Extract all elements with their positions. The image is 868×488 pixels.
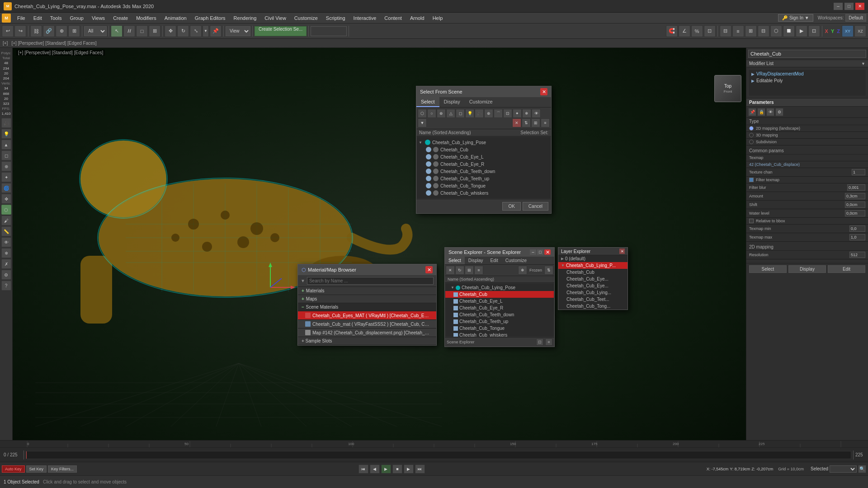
sfs-particle-btn[interactable]: ✦ — [513, 109, 522, 118]
snaps-toggle-button[interactable]: 🧲 — [666, 25, 678, 37]
layer-mgr-button[interactable]: ⊞ — [745, 25, 757, 37]
sfs-spline-btn[interactable]: ⌒ — [494, 109, 503, 118]
se-tab-customize[interactable]: Customize — [502, 257, 530, 264]
sfs-tree-item-1[interactable]: Cheetah_Cub — [417, 146, 551, 153]
window-cross-button[interactable]: ⊞ — [149, 25, 160, 37]
menu-rendering[interactable]: Rendering — [230, 14, 260, 22]
scale-dropdown-button[interactable]: ▼ — [203, 25, 209, 37]
sfs-shape-btn[interactable]: ◻ — [456, 109, 465, 118]
scene-exp-close[interactable]: ✕ — [544, 249, 551, 255]
menu-modifiers[interactable]: Modifiers — [132, 14, 160, 22]
sfs-x-btn[interactable]: ✕ — [512, 118, 521, 127]
texture-chan-input[interactable] — [852, 169, 865, 175]
se-tree-item-4[interactable]: Cheetah_Cub_Teeth_down — [445, 311, 554, 318]
type-2d-radio[interactable]: 2D mapping (landscape) — [746, 125, 868, 132]
properties-tool[interactable]: ⚙ — [1, 270, 11, 280]
menu-group[interactable]: Group — [66, 14, 87, 22]
mat-category-materials[interactable]: + Materials — [298, 287, 436, 295]
autokey-button[interactable]: Auto Key — [2, 465, 25, 473]
scene-exp-maximize[interactable]: □ — [537, 249, 543, 255]
sfs-hidden-btn[interactable]: 👁 — [532, 109, 541, 118]
menu-interactive[interactable]: Interactive — [350, 14, 380, 22]
sfs-geo-btn[interactable]: △ — [446, 109, 455, 118]
se-hier-btn[interactable]: ⊞ — [465, 266, 474, 275]
filter-texmap-row[interactable]: Filter texmap — [746, 177, 868, 183]
sfs-tree-item-root[interactable]: ▼ Cheetah_Cub_Lying_Pose — [417, 139, 551, 146]
sfs-tab-select[interactable]: Select — [416, 97, 439, 107]
active-tool[interactable]: ⬡ — [1, 205, 11, 215]
layer-item-2[interactable]: Cheetah_Cub — [558, 269, 627, 276]
params-view-btn[interactable]: 👁 — [766, 108, 774, 116]
resolution-input[interactable] — [849, 252, 865, 258]
layer-item-6[interactable]: Cheetah_Cub_Teet... — [558, 296, 627, 303]
rect-select-button[interactable]: □ — [136, 25, 148, 37]
se-tree-item-6[interactable]: Cheetah_Cub_Tongue — [445, 325, 554, 332]
freeze-tool[interactable]: ❄ — [1, 248, 11, 258]
schematic-view-button[interactable]: ⊟ — [758, 25, 769, 37]
next-frame-button[interactable]: ▶ — [404, 465, 414, 474]
sfs-tree-item-6[interactable]: Cheetah_Cub_Tongue — [417, 182, 551, 189]
modifier-list-dropdown[interactable]: ▼ — [861, 61, 865, 66]
menu-scripting[interactable]: Scripting — [322, 14, 349, 22]
workspaces-dropdown[interactable]: Default — [845, 14, 866, 22]
relative-to-bbox-row[interactable]: Relative to bbox — [746, 218, 868, 225]
se-tree-item-5[interactable]: Cheetah_Cub_Teeth_up — [445, 318, 554, 325]
stop-button[interactable]: ■ — [392, 465, 402, 474]
params-edit-btn[interactable]: Edit — [828, 265, 865, 273]
move-button[interactable]: ✥ — [165, 25, 176, 37]
mat-item-2[interactable]: Map #142 (Cheetah_Cub_displacement.png) … — [298, 328, 436, 337]
menu-views[interactable]: Views — [88, 14, 108, 22]
select-from-scene-close[interactable]: ✕ — [540, 88, 547, 95]
sfs-ok-button[interactable]: OK — [502, 202, 520, 211]
geometry-btn[interactable]: ▲ — [1, 140, 11, 150]
sfs-light-btn[interactable]: 💡 — [465, 109, 474, 118]
sfs-frozen-btn[interactable]: ❄ — [522, 109, 531, 118]
selection-filter-dropdown[interactable]: All — [84, 26, 107, 36]
xz-plane-button[interactable]: XZ — [854, 25, 866, 37]
mirror-button[interactable]: ⊟ — [720, 25, 731, 37]
mat-category-maps[interactable]: + Maps — [298, 295, 436, 303]
timeline-bar[interactable] — [26, 451, 851, 459]
mat-category-scene[interactable]: – Scene Materials — [298, 303, 436, 311]
go-start-button[interactable]: ⏮ — [359, 465, 368, 474]
percent-snap-button[interactable]: % — [691, 25, 703, 37]
maximize-button[interactable]: □ — [844, 3, 854, 10]
menu-tools[interactable]: Tools — [47, 14, 66, 22]
mat-sample-slots[interactable]: + Sample Slots — [298, 337, 436, 345]
type-subdiv-radio[interactable]: Subdivision — [746, 139, 868, 145]
search-button[interactable]: 🔍 — [858, 465, 866, 473]
amount-input[interactable] — [845, 193, 865, 199]
selection-set-dropdown[interactable] — [830, 465, 857, 473]
texmap-min-input[interactable] — [849, 225, 865, 232]
link-button[interactable]: ⛓ — [30, 25, 42, 37]
modifier-item-vray[interactable]: ▶ VRayDisplacementMod — [750, 70, 865, 77]
select-by-name-button[interactable]: 𝐻 — [123, 25, 135, 37]
undo-button[interactable]: ↩ — [2, 25, 14, 37]
layer-item-0[interactable]: ▶ 0 (default) — [558, 255, 627, 262]
water-level-input[interactable] — [845, 210, 865, 216]
select-from-scene-titlebar[interactable]: Select From Scene ✕ — [416, 86, 551, 97]
keyfilters-button[interactable]: Key Filters... — [48, 465, 77, 473]
close-button[interactable]: ✕ — [855, 3, 864, 10]
menu-edit[interactable]: Edit — [30, 14, 46, 22]
setkey-button[interactable]: Set Key — [26, 465, 47, 473]
sign-in-button[interactable]: 🔑 Sign In ▼ — [778, 14, 813, 22]
sfs-hier-btn[interactable]: ⊞ — [531, 118, 540, 127]
menu-civil-view[interactable]: Civil View — [261, 14, 289, 22]
named-sel-set[interactable] — [311, 26, 347, 36]
shapes-btn[interactable]: ◻ — [1, 150, 11, 160]
lights-btn[interactable]: 💡 — [1, 129, 11, 139]
sfs-cancel-button[interactable]: Cancel — [523, 202, 548, 211]
scene-explorer-titlebar[interactable]: Scene Explorer - Scene Explorer – □ ✕ — [445, 248, 554, 257]
sfs-filter-icon[interactable]: ▼ — [418, 118, 427, 127]
rotate-button[interactable]: ↻ — [177, 25, 189, 37]
params-pin-btn[interactable]: 📌 — [748, 108, 756, 116]
se-x-btn[interactable]: ✕ — [446, 266, 455, 275]
menu-content[interactable]: Content — [381, 14, 406, 22]
layer-item-1[interactable]: ▼ Cheetah_Cub_Lying_P... — [558, 262, 627, 269]
sfs-tree-item-3[interactable]: Cheetah_Cub_Eye_R — [417, 160, 551, 168]
spinner-snap-button[interactable]: ⊡ — [704, 25, 716, 37]
menu-customize[interactable]: Customize — [291, 14, 321, 22]
params-select-btn[interactable]: Select — [749, 265, 787, 273]
sfs-cam-btn[interactable]: 🎥 — [475, 109, 484, 118]
